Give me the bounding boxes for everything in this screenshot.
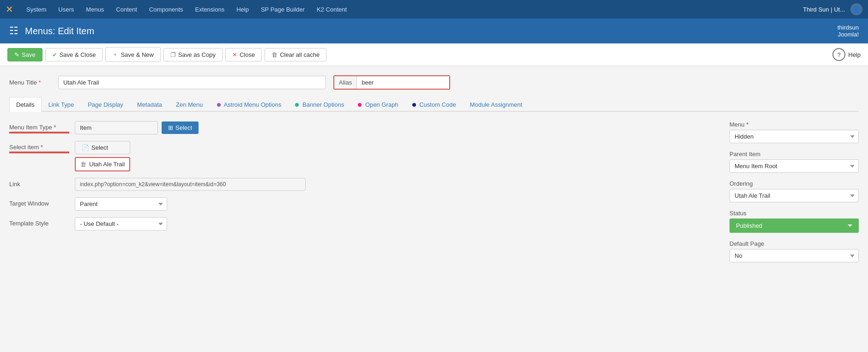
tab-custom-code[interactable]: Custom Code: [405, 97, 463, 112]
sidebar-parent-item-label: Parent Item: [729, 151, 859, 158]
tab-metadata[interactable]: Metadata: [130, 97, 169, 112]
clear-cache-button[interactable]: 🗑 Clear all cache: [265, 48, 326, 61]
brand-logo: thirdsun Joomla!: [838, 24, 859, 38]
content-layout: Menu Item Type * ⊞ Select Select item *: [9, 121, 859, 270]
toolbar: ✎ Save ✔ Save & Close ＋ Save & New ❐ Sav…: [0, 43, 868, 66]
nav-users[interactable]: Users: [53, 2, 79, 17]
menu-item-type-select-button[interactable]: ⊞ Select: [162, 121, 199, 134]
nav-k2-content[interactable]: K2 Content: [311, 2, 352, 17]
help-circle-icon[interactable]: ?: [832, 48, 845, 61]
astroid-dot: [217, 103, 221, 107]
nav-menus[interactable]: Menus: [80, 2, 109, 17]
user-menu-icon[interactable]: 👤: [850, 3, 862, 15]
copy-icon: ❐: [170, 51, 176, 58]
nav-sp-page-builder[interactable]: SP Page Builder: [255, 2, 310, 17]
main-content: Menu Title Alias Details Link Type Page …: [0, 66, 868, 279]
joomla-logo-icon: ✕: [6, 4, 13, 15]
target-window-row: Target Window Parent: [9, 197, 720, 211]
tab-link-type[interactable]: Link Type: [42, 97, 81, 112]
tab-astroid[interactable]: Astroid Menu Options: [210, 97, 289, 112]
template-style-label: Template Style: [9, 217, 69, 227]
target-window-select[interactable]: Parent: [75, 197, 167, 211]
save-button[interactable]: ✎ Save: [7, 48, 42, 61]
sidebar-default-page-select[interactable]: No: [729, 249, 859, 262]
status-caret-icon: [848, 225, 852, 227]
save-close-button[interactable]: ✔ Save & Close: [45, 48, 103, 61]
plus-icon: ＋: [112, 50, 118, 59]
tab-module-assignment[interactable]: Module Assignment: [463, 97, 529, 112]
select-item-field: 📄 Select 🗑 Utah Ale Trail: [75, 141, 720, 171]
target-window-field: Parent: [75, 197, 720, 211]
selected-item-box: 🗑 Utah Ale Trail: [75, 157, 130, 171]
sidebar-ordering-label: Ordering: [729, 180, 859, 187]
link-label: Link: [9, 178, 69, 188]
trash-icon: 🗑: [271, 51, 277, 58]
template-style-row: Template Style - Use Default -: [9, 217, 720, 231]
link-row: Link: [9, 178, 720, 191]
alias-input[interactable]: [357, 76, 449, 89]
target-window-label: Target Window: [9, 197, 69, 207]
tab-page-display[interactable]: Page Display: [81, 97, 130, 112]
nav-system[interactable]: System: [21, 2, 52, 17]
sidebar-status-field: Status Published: [729, 210, 859, 233]
select-item-label: Select item *: [9, 141, 69, 152]
page-title: Menus: Edit Item: [25, 26, 94, 36]
sidebar-default-page-field: Default Page No: [729, 240, 859, 262]
site-name[interactable]: Third Sun | Ut...: [803, 6, 845, 13]
nav-extensions[interactable]: Extensions: [190, 2, 230, 17]
sidebar-default-page-label: Default Page: [729, 240, 859, 247]
tab-banner[interactable]: Banner Options: [288, 97, 351, 112]
save-new-button[interactable]: ＋ Save & New: [105, 47, 161, 62]
menu-item-type-row: Menu Item Type * ⊞ Select: [9, 121, 720, 134]
status-value: Published: [736, 222, 762, 229]
link-field: [75, 178, 720, 191]
select-item-area: 📄 Select 🗑 Utah Ale Trail: [75, 141, 130, 171]
sidebar-menu-select[interactable]: Hidden: [729, 130, 859, 143]
sidebar-menu-field: Menu * Hidden: [729, 121, 859, 143]
select-file-button[interactable]: 📄 Select: [75, 141, 130, 154]
main-fields: Menu Item Type * ⊞ Select Select item *: [9, 121, 720, 270]
brand-logo-text: thirdsun Joomla!: [838, 24, 859, 38]
file-icon: 📄: [82, 144, 89, 151]
template-style-field: - Use Default -: [75, 217, 720, 231]
save-icon: ✎: [14, 51, 19, 58]
tab-open-graph[interactable]: Open Graph: [351, 97, 405, 112]
help-label[interactable]: Help: [848, 51, 861, 58]
x-icon: ✕: [232, 51, 237, 58]
nav-content[interactable]: Content: [110, 2, 143, 17]
grid-icon: ☷: [9, 25, 18, 37]
sidebar-ordering-field: Ordering Utah Ale Trail: [729, 180, 859, 202]
tab-zen-menu[interactable]: Zen Menu: [169, 97, 210, 112]
close-button[interactable]: ✕ Close: [225, 48, 262, 61]
banner-dot: [295, 103, 299, 107]
top-nav-right: Third Sun | Ut... 👤: [803, 3, 862, 15]
check-icon: ✔: [52, 51, 57, 58]
menu-item-type-label: Menu Item Type *: [9, 121, 69, 133]
page-header: ☷ Menus: Edit Item thirdsun Joomla!: [0, 18, 868, 43]
nav-components[interactable]: Components: [144, 2, 189, 17]
tabs-bar: Details Link Type Page Display Metadata …: [9, 97, 859, 112]
select-item-row: Select item * 📄 Select 🗑 Utah Ale Trail: [9, 141, 720, 171]
save-copy-button[interactable]: ❐ Save as Copy: [163, 48, 223, 61]
custom-code-dot: [412, 103, 416, 107]
sidebar-status-label: Status: [729, 210, 859, 217]
remove-item-icon[interactable]: 🗑: [80, 161, 86, 168]
link-input[interactable]: [75, 178, 306, 191]
sidebar-status-button[interactable]: Published: [729, 218, 859, 233]
tab-details[interactable]: Details: [9, 97, 42, 112]
menu-title-input[interactable]: [58, 76, 326, 89]
header-left: ☷ Menus: Edit Item: [9, 25, 94, 37]
title-alias-row: Menu Title Alias: [9, 75, 859, 90]
alias-group: Alias: [333, 75, 450, 90]
top-navigation: ✕ System Users Menus Content Components …: [0, 0, 868, 18]
menu-title-label: Menu Title: [9, 79, 51, 86]
nav-help[interactable]: Help: [231, 2, 254, 17]
menu-item-type-input: [75, 121, 158, 134]
sidebar-parent-item-select[interactable]: Menu Item Root: [729, 159, 859, 173]
template-style-select[interactable]: - Use Default -: [75, 217, 167, 231]
sidebar-menu-label: Menu *: [729, 121, 859, 128]
nav-menu: System Users Menus Content Components Ex…: [21, 2, 803, 17]
selected-item-value: Utah Ale Trail: [89, 161, 125, 168]
sidebar-ordering-select[interactable]: Utah Ale Trail: [729, 189, 859, 202]
alias-label: Alias: [334, 76, 357, 89]
